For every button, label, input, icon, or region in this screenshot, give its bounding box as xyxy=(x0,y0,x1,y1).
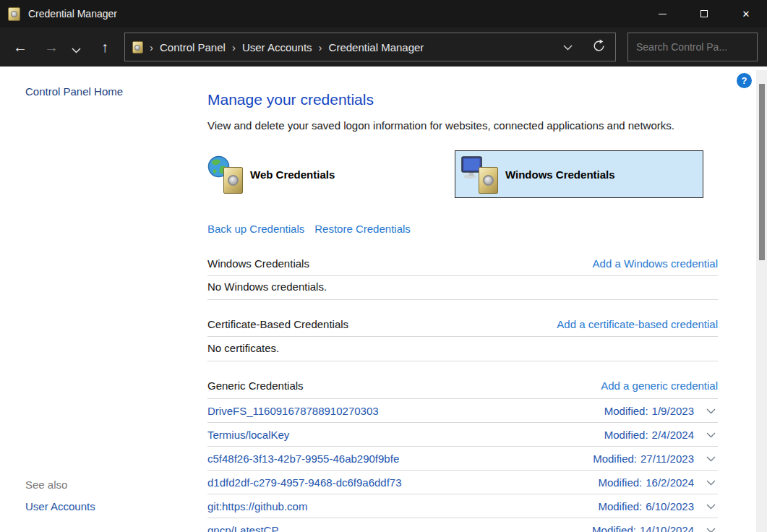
back-button[interactable]: ← xyxy=(10,39,30,56)
caption-buttons: ✕ xyxy=(641,0,767,27)
breadcrumb-control-panel[interactable]: Control Panel xyxy=(160,41,226,53)
recent-pages-chevron-icon[interactable] xyxy=(72,43,89,56)
credential-actions: Back up Credentials Restore Credentials xyxy=(207,223,411,235)
section-title: Certificate-Based Credentials xyxy=(207,318,348,330)
backup-credentials-link[interactable]: Back up Credentials xyxy=(207,223,304,235)
credential-type-tabs: Web Credentials Windows Credentials xyxy=(207,150,718,198)
vault-icon xyxy=(223,167,243,194)
divider xyxy=(207,275,718,276)
web-credentials-icon xyxy=(207,153,245,195)
vault-icon xyxy=(479,167,498,194)
section-title: Windows Credentials xyxy=(207,257,309,270)
credential-manager-app-icon xyxy=(8,7,20,21)
help-button[interactable]: ? xyxy=(737,73,752,88)
restore-credentials-link[interactable]: Restore Credentials xyxy=(314,223,411,235)
breadcrumb-credential-manager[interactable]: Credential Manager xyxy=(329,41,424,53)
credential-modified: Modified:2/4/2024 xyxy=(604,429,694,441)
crumb-separator-icon: › xyxy=(312,41,329,53)
credential-row[interactable]: git:https://github.com Modified:6/10/202… xyxy=(207,494,718,518)
tab-web-credentials[interactable]: Web Credentials xyxy=(207,150,453,198)
credential-row[interactable]: DriveFS_116091678788910270303 Modified:1… xyxy=(207,399,718,423)
credential-name-link[interactable]: gncp/LatestCP xyxy=(207,524,278,532)
expand-chevron-icon[interactable] xyxy=(706,499,716,512)
page-description: View and delete your saved logon informa… xyxy=(207,119,674,132)
tab-label: Web Credentials xyxy=(250,168,335,181)
vertical-scrollbar[interactable] xyxy=(756,70,767,532)
credential-modified: Modified:1/9/2023 xyxy=(604,405,694,417)
title-bar: Credential Manager ✕ xyxy=(0,0,767,27)
expand-chevron-icon[interactable] xyxy=(706,404,716,417)
credential-row[interactable]: Termius/localKey Modified:2/4/2024 xyxy=(207,423,718,447)
page-title: Manage your credentials xyxy=(207,91,374,108)
expand-chevron-icon[interactable] xyxy=(706,523,716,532)
window-title: Credential Manager xyxy=(28,8,117,20)
refresh-icon[interactable] xyxy=(582,39,615,56)
minimize-icon xyxy=(659,14,667,14)
expand-chevron-icon[interactable] xyxy=(706,452,716,465)
credential-modified: Modified:16/2/2024 xyxy=(598,476,694,489)
section-certificate-credentials: Certificate-Based Credentials Add a cert… xyxy=(207,318,718,330)
divider xyxy=(207,336,718,337)
divider xyxy=(207,361,718,361)
tab-label: Windows Credentials xyxy=(505,168,615,181)
credential-name-link[interactable]: c5f48f26-3f13-42b7-9955-46ab290f9bfe xyxy=(207,452,399,465)
close-button[interactable]: ✕ xyxy=(725,0,767,27)
credential-name-link[interactable]: DriveFS_116091678788910270303 xyxy=(207,405,379,417)
divider xyxy=(207,299,718,300)
credential-row[interactable]: gncp/LatestCP Modified:14/10/2024 xyxy=(207,518,718,532)
maximize-icon xyxy=(700,10,708,17)
address-dropdown-chevron-icon[interactable] xyxy=(553,40,582,53)
credential-row[interactable]: c5f48f26-3f13-42b7-9955-46ab290f9bfe Mod… xyxy=(207,447,718,471)
scrollbar-thumb[interactable] xyxy=(759,84,765,260)
maximize-button[interactable] xyxy=(683,0,725,27)
crumb-separator-icon: › xyxy=(143,41,160,53)
credential-name-link[interactable]: d1dfd2df-c279-4957-9468-dc6f9a6ddf73 xyxy=(207,476,402,489)
empty-certificates: No certificates. xyxy=(207,342,279,354)
sidebar-item-user-accounts[interactable]: User Accounts xyxy=(25,500,95,512)
breadcrumb-app-icon xyxy=(132,41,143,53)
tab-windows-credentials[interactable]: Windows Credentials xyxy=(455,150,703,198)
content-area: ? Control Panel Home See also User Accou… xyxy=(0,66,767,532)
add-certificate-credential-link[interactable]: Add a certificate-based credential xyxy=(557,318,718,330)
empty-windows-credentials: No Windows credentials. xyxy=(207,280,327,293)
expand-chevron-icon[interactable] xyxy=(706,428,716,441)
crumb-separator-icon: › xyxy=(226,41,242,53)
up-button[interactable]: ↑ xyxy=(95,39,115,56)
section-generic-credentials: Generic Credentials Add a generic creden… xyxy=(207,379,718,392)
windows-credentials-icon xyxy=(463,153,500,195)
expand-chevron-icon[interactable] xyxy=(706,476,716,489)
generic-credentials-list: DriveFS_116091678788910270303 Modified:1… xyxy=(207,399,718,532)
add-windows-credential-link[interactable]: Add a Windows credential xyxy=(593,257,718,270)
credential-name-link[interactable]: git:https://github.com xyxy=(207,500,307,512)
see-also-label: See also xyxy=(25,479,67,491)
search-box[interactable] xyxy=(627,33,758,61)
navigation-bar: ← → ↑ › Control Panel › User Accounts › … xyxy=(0,27,767,66)
sidebar-item-control-panel-home[interactable]: Control Panel Home xyxy=(25,85,123,98)
add-generic-credential-link[interactable]: Add a generic credential xyxy=(601,379,718,392)
close-icon: ✕ xyxy=(742,9,750,19)
section-title: Generic Credentials xyxy=(207,379,304,392)
credential-modified: Modified:6/10/2023 xyxy=(598,500,694,512)
credential-row[interactable]: d1dfd2df-c279-4957-9468-dc6f9a6ddf73 Mod… xyxy=(207,471,718,494)
minimize-button[interactable] xyxy=(641,0,683,27)
address-bar[interactable]: › Control Panel › User Accounts › Creden… xyxy=(124,33,616,61)
search-input[interactable] xyxy=(628,41,767,53)
credential-name-link[interactable]: Termius/localKey xyxy=(207,429,289,441)
credential-modified: Modified:27/11/2023 xyxy=(593,452,694,465)
credential-modified: Modified:14/10/2024 xyxy=(592,524,694,532)
section-windows-credentials: Windows Credentials Add a Windows creden… xyxy=(207,257,718,270)
forward-button[interactable]: → xyxy=(41,39,61,56)
breadcrumb-user-accounts[interactable]: User Accounts xyxy=(242,41,312,53)
